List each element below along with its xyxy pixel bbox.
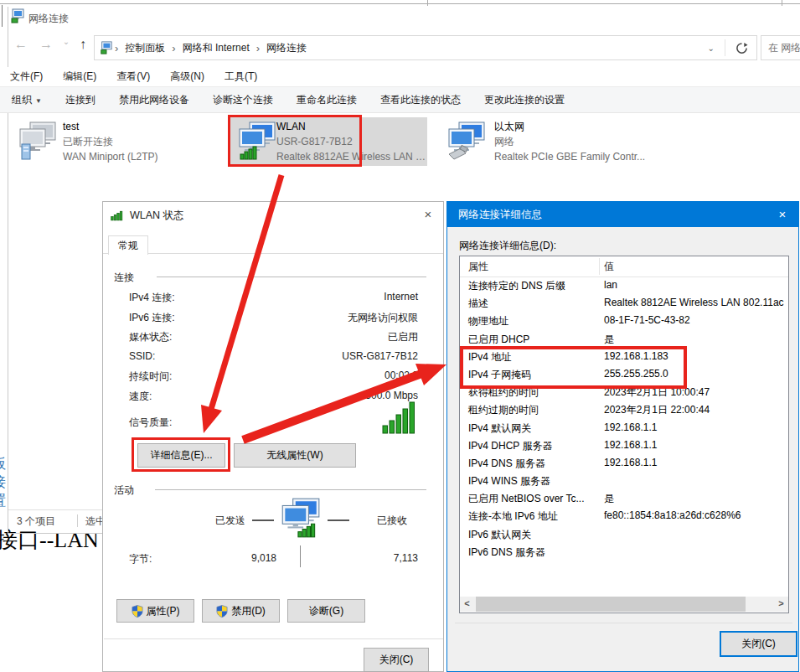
table-row[interactable]: 连接-本地 IPv6 地址 fe80::1854:8a18:a26d:c628%…	[460, 508, 788, 525]
wlan-dialog-titlebar[interactable]: WLAN 状态 ×	[103, 202, 443, 228]
table-row[interactable]: 连接特定的 DNS 后缀 lan	[460, 277, 788, 295]
column-value[interactable]: 值	[604, 260, 614, 274]
table-row[interactable]: IPv4 DHCP 服务器 192.168.1.1	[460, 437, 788, 455]
property-cell: IPv4 默认网关	[468, 421, 531, 436]
network-connections-icon	[10, 8, 25, 23]
toolbar-button[interactable]: 更改此连接的设置	[472, 93, 576, 107]
status-value: USR-G817-7B12	[342, 350, 418, 362]
search-input[interactable]: 在 网络	[761, 35, 800, 60]
table-row[interactable]: IPv6 DNS 服务器	[460, 544, 788, 561]
wifi-adapter-icon	[235, 121, 278, 161]
status-label: 媒体状态:	[129, 330, 172, 344]
doc-edge-line	[2, 5, 3, 27]
toolbar-button[interactable]: 诊断这个连接	[201, 93, 285, 107]
scroll-right-icon[interactable]: >	[774, 597, 788, 612]
table-row[interactable]: 物理地址 08-1F-71-5C-43-82	[460, 313, 788, 330]
table-row[interactable]: 描述 Realtek 8812AE Wireless LAN 802.11ac	[460, 295, 788, 313]
window-bottom-border	[8, 533, 107, 534]
status-label: IPv4 连接:	[129, 291, 175, 305]
tab-strip-line	[103, 253, 443, 254]
value-cell: 192.168.1.183	[604, 350, 668, 362]
horizontal-scrollbar[interactable]: < >	[460, 597, 788, 612]
menu-item[interactable]: 文件(F)	[0, 70, 53, 84]
status-row: SSID: USR-G817-7B12	[129, 350, 418, 370]
property-cell: IPv4 DNS 服务器	[468, 457, 545, 471]
menu-item[interactable]: 工具(T)	[214, 70, 267, 84]
status-row: 速度: 300.0 Mbps	[129, 390, 418, 410]
status-label: 速度:	[129, 390, 152, 404]
disable-button[interactable]: 禁用(D)	[202, 599, 280, 623]
table-row[interactable]: IPv4 子网掩码 255.255.255.0	[460, 366, 788, 384]
connection-details-dialog: 网络连接详细信息 × 网络连接详细信息(D): 属性 值 连接特定的 DNS 后…	[446, 201, 799, 672]
property-cell: 物理地址	[468, 314, 508, 328]
table-row[interactable]: IPv4 DNS 服务器 192.168.1.1	[460, 455, 788, 473]
toolbar-button[interactable]: 连接到	[54, 93, 107, 107]
details-listview[interactable]: 属性 值 连接特定的 DNS 后缀 lan 描述 Realtek 8812AE …	[459, 256, 789, 613]
bytes-received-value: 7,113	[366, 552, 418, 564]
toolbar-button[interactable]: 重命名此连接	[285, 93, 369, 107]
table-row[interactable]: IPv4 地址 192.168.1.183	[460, 349, 788, 366]
adapter-tile-ethernet[interactable]: 以太网 网络 Realtek PCIe GBE Family Contr...	[442, 116, 660, 168]
wireless-properties-button[interactable]: 无线属性(W)	[234, 443, 356, 468]
back-button[interactable]: ←	[12, 37, 30, 52]
properties-button[interactable]: 属性(P)	[116, 599, 194, 623]
table-row[interactable]: 租约过期的时间 2023年2月1日 22:00:44	[460, 401, 788, 419]
scrollbar-track[interactable]	[474, 597, 774, 612]
table-row[interactable]: 已启用 NetBIOS over Tc... 是	[460, 490, 788, 508]
property-cell: 已启用 NetBIOS over Tc...	[468, 492, 584, 506]
breadcrumb-separator-icon: ›	[255, 42, 261, 54]
column-property[interactable]: 属性	[468, 260, 488, 274]
close-icon[interactable]: ×	[418, 205, 438, 224]
group-activity-label: 活动	[114, 483, 134, 498]
tab-general[interactable]: 常规	[108, 235, 148, 255]
close-button[interactable]: 关闭(C)	[720, 631, 797, 657]
organize-button[interactable]: 组织▼	[0, 93, 54, 107]
scrollbar-thumb[interactable]	[476, 597, 746, 612]
scroll-left-icon[interactable]: <	[460, 597, 474, 612]
adapter-device: Realtek 8812AE Wireless LAN …	[276, 149, 426, 164]
breadcrumb-item[interactable]: 网络连接	[261, 41, 312, 55]
toolbar-button[interactable]: 禁用此网络设备	[107, 93, 201, 107]
table-row[interactable]: 已启用 DHCP 是	[460, 331, 788, 349]
address-dropdown-icon[interactable]: ⌄	[699, 44, 723, 53]
group-connection-label: 连接	[114, 271, 134, 285]
refresh-icon[interactable]	[735, 42, 748, 54]
table-row[interactable]: IPv6 默认网关	[460, 526, 788, 544]
footer-divider	[104, 638, 443, 639]
adapter-tile-wlan[interactable]: WLAN USR-G817-7B12 Realtek 8812AE Wirele…	[231, 116, 441, 168]
table-row[interactable]: IPv4 默认网关 192.168.1.1	[460, 420, 788, 437]
item-count: 3 个项目	[17, 514, 55, 529]
value-cell: 是	[604, 333, 614, 347]
value-cell: 2023年2月1日 22:00:44	[604, 403, 710, 417]
table-row[interactable]: IPv4 WINS 服务器	[460, 473, 788, 490]
address-bar[interactable]: › 控制面板 › 网络和 Internet › 网络连接 ⌄	[94, 35, 757, 60]
property-cell: IPv4 子网掩码	[468, 368, 531, 382]
property-cell: IPv4 DHCP 服务器	[468, 439, 552, 453]
bytes-label: 字节:	[129, 552, 152, 566]
adapter-tile-test[interactable]: test 已断开连接 WAN Miniport (L2TP)	[13, 116, 223, 168]
history-dropdown-icon[interactable]: ⌄	[57, 37, 75, 46]
breadcrumb-item[interactable]: 网络和 Internet	[178, 41, 255, 55]
divider	[252, 520, 274, 521]
status-label: IPv6 连接:	[129, 311, 175, 325]
sent-label: 已发送	[215, 514, 245, 528]
details-dialog-titlebar[interactable]: 网络连接详细信息 ×	[447, 202, 798, 227]
breadcrumb-item[interactable]: 控制面板	[120, 41, 170, 55]
forward-button[interactable]: →	[37, 37, 55, 52]
status-label: SSID:	[129, 350, 155, 362]
toolbar-button[interactable]: 查看此连接的状态	[369, 93, 472, 107]
menu-item[interactable]: 编辑(E)	[53, 70, 106, 84]
doc-table-tick	[782, 0, 782, 6]
dialog-title: 网络连接详细信息	[458, 208, 542, 222]
menu-item[interactable]: 查看(V)	[106, 70, 160, 84]
status-value: 无网络访问权限	[348, 311, 418, 325]
up-button[interactable]: ↑	[74, 37, 92, 52]
close-button[interactable]: 关闭(C)	[364, 648, 429, 672]
listview-header: 属性 值	[460, 256, 788, 277]
close-icon[interactable]: ×	[773, 207, 792, 221]
details-button[interactable]: 详细信息(E)...	[137, 443, 225, 468]
diagnose-button[interactable]: 诊断(G)	[287, 599, 365, 623]
table-row[interactable]: 获得租约的时间 2023年2月1日 10:00:47	[460, 384, 788, 401]
menu-item[interactable]: 高级(N)	[160, 70, 214, 84]
breadcrumb-separator-icon: ›	[113, 42, 120, 54]
